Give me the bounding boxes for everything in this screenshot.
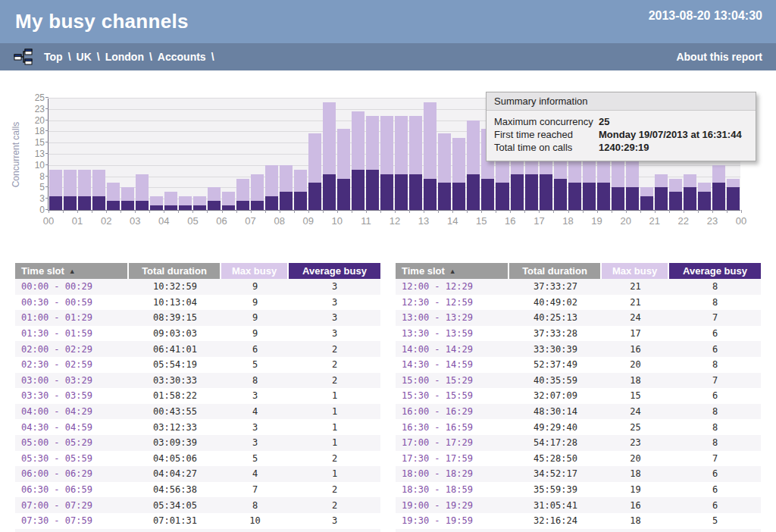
time-slot-cell[interactable]: 06:00 - 06:29 [15,468,129,479]
chart-bar-slot [207,99,221,210]
time-slot-cell[interactable]: 04:30 - 04:59 [15,422,129,433]
breadcrumb-item-top[interactable]: Top [44,51,63,63]
time-slot-cell[interactable]: 14:30 - 14:59 [396,359,509,370]
time-slot-cell[interactable]: 05:00 - 05:29 [15,437,129,448]
time-slot-cell[interactable]: 14:00 - 14:29 [396,344,509,355]
chart-bar-slot [279,99,293,210]
time-slot-cell[interactable]: 06:30 - 06:59 [15,484,129,495]
average-busy-bar [236,201,249,210]
x-axis-tick [77,210,78,213]
time-slot-cell[interactable]: 15:30 - 15:59 [396,390,509,401]
x-axis-tick [409,210,410,213]
time-slot-cell[interactable]: 02:00 - 02:29 [15,344,129,355]
average-busy-cell: 2 [289,500,380,511]
time-slot-cell[interactable]: 07:30 - 07:59 [15,515,129,526]
average-busy-cell: 2 [289,484,380,495]
average-busy-bar [107,201,120,210]
about-report-link[interactable]: About this report [676,51,762,63]
average-busy-bar [352,170,365,210]
x-axis-tick [294,210,295,213]
table-row: 03:30 - 03:5901:58:2231 [15,388,380,404]
time-slot-cell[interactable]: 01:00 - 01:29 [15,312,129,323]
time-slot-cell[interactable]: 07:00 - 07:29 [15,500,129,511]
time-slot-cell[interactable]: 18:00 - 18:29 [396,468,509,479]
time-slot-cell[interactable]: 13:30 - 13:59 [396,328,509,339]
x-axis-hour-label: 04 [158,215,169,227]
column-header-label: Max busy [232,265,277,277]
total-duration-cell: 03:30:33 [129,375,221,386]
max-busy-cell: 23 [602,437,669,448]
breadcrumb-item-uk[interactable]: UK [77,51,92,63]
average-busy-bar [467,174,480,210]
max-busy-cell: 5 [221,453,289,464]
column-header-time-slot[interactable]: Time slot▲ [15,263,129,279]
table-row: 16:30 - 16:5949:29:40258 [396,419,761,435]
average-busy-bar [684,187,696,210]
average-busy-cell: 8 [669,422,761,433]
table-row: 04:00 - 04:2900:43:5541 [15,404,380,420]
concurrency-chart: Concurrent calls 03581013151820232500010… [0,70,776,246]
time-slot-cell[interactable]: 00:30 - 00:59 [15,297,129,308]
column-header-average-busy[interactable]: Average busy [669,263,761,279]
average-busy-cell: 8 [669,297,761,308]
chart-bar-slot [92,99,106,210]
x-axis-tick [626,210,627,213]
column-header-total-duration[interactable]: Total duration [129,263,221,279]
time-slot-cell[interactable]: 13:00 - 13:29 [396,312,509,323]
time-slot-cell[interactable]: 17:00 - 17:29 [396,437,509,448]
time-slot-cell[interactable]: 18:30 - 18:59 [396,484,509,495]
time-slot-cell[interactable]: 05:30 - 05:59 [15,453,129,464]
time-slot-cell[interactable]: 16:30 - 16:59 [396,422,509,433]
table-row: 16:00 - 16:2948:30:14248 [396,404,761,420]
y-axis-tick [45,198,48,199]
time-slot-cell[interactable]: 16:00 - 16:29 [396,406,509,417]
time-slot-cell[interactable]: 02:30 - 02:59 [15,359,129,370]
average-busy-cell: 6 [669,500,761,511]
average-busy-bar [265,196,278,210]
column-header-max-busy[interactable]: Max busy [602,263,669,279]
average-busy-cell: 8 [669,359,761,370]
time-slot-cell[interactable]: 00:00 - 00:29 [15,281,129,292]
average-busy-cell: 1 [289,406,380,417]
average-busy-cell: 3 [289,312,380,323]
time-slot-cell[interactable]: 03:00 - 03:29 [15,375,129,386]
time-slot-cell[interactable]: 01:30 - 01:59 [15,328,129,339]
time-slot-cell[interactable]: 19:30 - 19:59 [396,515,509,526]
column-header-label: Average busy [683,265,747,277]
time-slot-cell[interactable]: 19:00 - 19:29 [396,500,509,511]
x-axis-tick [568,210,569,213]
average-busy-bar [92,196,105,210]
column-header-total-duration[interactable]: Total duration [509,263,602,279]
time-slot-cell[interactable]: 12:30 - 12:59 [396,297,509,308]
column-header-time-slot[interactable]: Time slot▲ [396,263,509,279]
total-duration-cell: 40:49:02 [509,297,602,308]
y-axis-tick [45,164,48,165]
time-slot-cell[interactable]: 03:30 - 03:59 [15,390,129,401]
total-duration-cell: 05:34:05 [129,500,221,511]
max-busy-cell: 19 [602,484,669,495]
breadcrumb-item-accounts[interactable]: Accounts [158,51,206,63]
time-slot-cell[interactable]: 04:00 - 04:29 [15,406,129,417]
column-header-max-busy[interactable]: Max busy [221,263,289,279]
time-slot-cell[interactable]: 15:00 - 15:29 [396,375,509,386]
time-slot-cell[interactable]: 17:30 - 17:59 [396,453,509,464]
table-row: 15:30 - 15:5932:07:09156 [396,388,761,404]
average-busy-cell: 8 [669,406,761,417]
table-row: 00:00 - 00:2910:32:5993 [15,279,380,295]
summary-label: Total time on calls [494,141,599,154]
column-header-average-busy[interactable]: Average busy [289,263,380,279]
breadcrumb-item-london[interactable]: London [105,51,144,63]
x-axis-tick [424,210,424,213]
table-row: 07:30 - 07:5907:01:31103 [15,513,380,529]
average-busy-cell: 8 [669,437,761,448]
chart-bar-slot [380,99,394,210]
max-busy-cell: 9 [221,312,289,323]
time-slot-cell[interactable]: 12:00 - 12:29 [396,281,509,292]
chart-bar-slot [293,99,308,210]
table-row: 18:00 - 18:2934:52:17186 [396,466,761,482]
average-busy-bar [136,201,149,210]
average-busy-cell: 8 [669,281,761,292]
average-busy-cell: 3 [289,515,380,526]
x-axis-tick [207,210,208,213]
chart-bar-slot [106,99,120,210]
